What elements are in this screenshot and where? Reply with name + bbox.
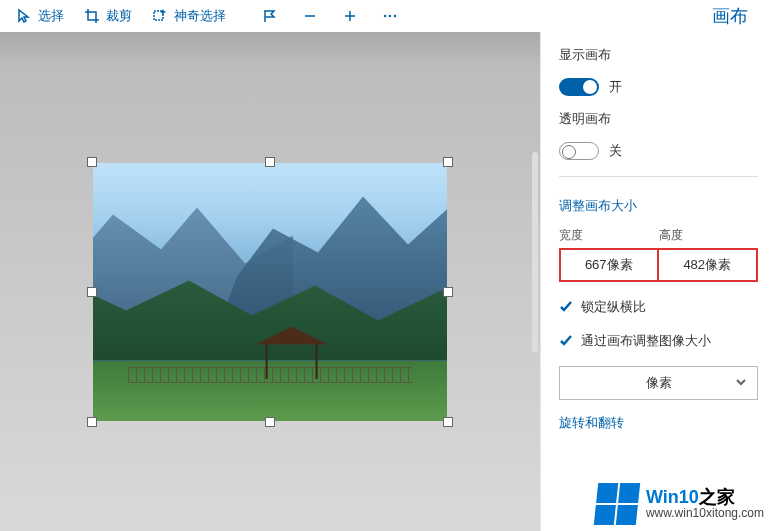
lock-aspect-checkbox[interactable]: 锁定纵横比 bbox=[559, 298, 758, 316]
height-input[interactable]: 482像素 bbox=[659, 248, 759, 282]
rotate-flip-heading: 旋转和翻转 bbox=[559, 414, 758, 432]
resize-handle-br[interactable] bbox=[443, 417, 453, 427]
unit-select[interactable]: 像素 bbox=[559, 366, 758, 400]
magic-select-icon bbox=[152, 8, 168, 24]
select-tool[interactable]: 选择 bbox=[8, 3, 72, 29]
resize-handle-bm[interactable] bbox=[265, 417, 275, 427]
watermark: Win10之家 www.win10xitong.com bbox=[590, 479, 770, 529]
show-canvas-toggle[interactable] bbox=[559, 78, 599, 96]
checkmark-icon bbox=[559, 334, 573, 348]
canvas-image bbox=[93, 163, 447, 421]
resize-handle-tm[interactable] bbox=[265, 157, 275, 167]
canvas-selection[interactable] bbox=[93, 163, 447, 421]
resize-heading: 调整画布大小 bbox=[559, 197, 758, 215]
svg-point-2 bbox=[389, 14, 391, 16]
chevron-down-icon bbox=[735, 376, 747, 391]
svg-point-1 bbox=[384, 14, 386, 16]
side-panel: 显示画布 开 透明画布 关 调整画布大小 宽度 667像素 高度 bbox=[540, 32, 776, 531]
transparent-canvas-state: 关 bbox=[609, 142, 622, 160]
lock-aspect-label: 锁定纵横比 bbox=[581, 298, 646, 316]
resize-handle-tl[interactable] bbox=[87, 157, 97, 167]
transparent-canvas-label: 透明画布 bbox=[559, 110, 758, 128]
canvas-scrollbar[interactable] bbox=[532, 152, 538, 352]
resize-handle-bl[interactable] bbox=[87, 417, 97, 427]
cursor-icon bbox=[16, 8, 32, 24]
panel-title: 画布 bbox=[702, 2, 768, 30]
select-label: 选择 bbox=[38, 7, 64, 25]
magic-label: 神奇选择 bbox=[174, 7, 226, 25]
resize-image-label: 通过画布调整图像大小 bbox=[581, 332, 711, 350]
toolbar: 选择 裁剪 神奇选择 画布 bbox=[0, 0, 776, 32]
magic-select-tool[interactable]: 神奇选择 bbox=[144, 3, 234, 29]
zoom-out-button[interactable] bbox=[292, 4, 328, 28]
crop-icon bbox=[84, 8, 100, 24]
checkmark-icon bbox=[559, 300, 573, 314]
windows-logo-icon bbox=[594, 483, 640, 525]
show-canvas-label: 显示画布 bbox=[559, 46, 758, 64]
crop-label: 裁剪 bbox=[106, 7, 132, 25]
resize-image-checkbox[interactable]: 通过画布调整图像大小 bbox=[559, 332, 758, 350]
svg-point-3 bbox=[394, 14, 396, 16]
resize-handle-mr[interactable] bbox=[443, 287, 453, 297]
more-button[interactable] bbox=[372, 4, 408, 28]
transparent-canvas-toggle[interactable] bbox=[559, 142, 599, 160]
show-canvas-state: 开 bbox=[609, 78, 622, 96]
width-input[interactable]: 667像素 bbox=[559, 248, 659, 282]
canvas-area[interactable] bbox=[0, 32, 540, 531]
resize-handle-ml[interactable] bbox=[87, 287, 97, 297]
flag-tool[interactable] bbox=[252, 4, 288, 28]
unit-label: 像素 bbox=[646, 374, 672, 392]
crop-tool[interactable]: 裁剪 bbox=[76, 3, 140, 29]
width-label: 宽度 bbox=[559, 227, 659, 244]
resize-handle-tr[interactable] bbox=[443, 157, 453, 167]
zoom-in-button[interactable] bbox=[332, 4, 368, 28]
height-label: 高度 bbox=[659, 227, 759, 244]
